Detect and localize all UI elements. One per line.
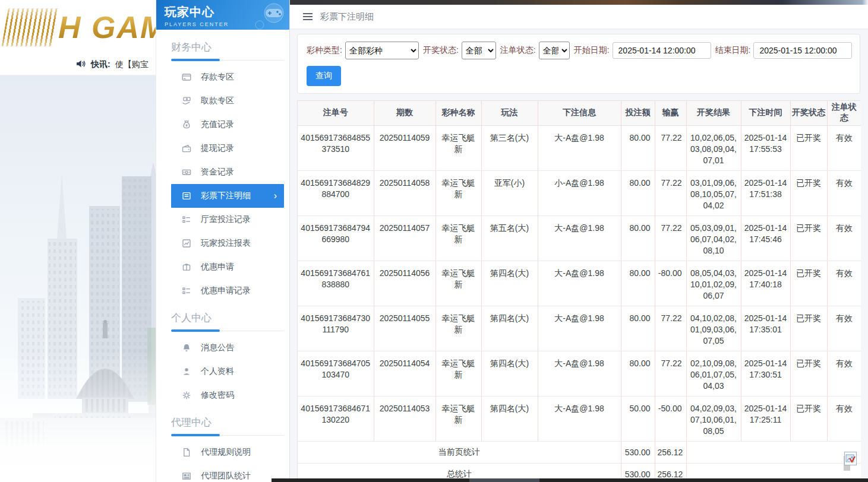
sidebar-item-deposit-zone[interactable]: 存款专区› xyxy=(171,65,284,89)
draw-status-select[interactable]: 全部 xyxy=(462,42,496,59)
column-header-bet-amount: 投注额 xyxy=(621,101,655,125)
sidebar-item-player-bet-report[interactable]: 玩家投注报表› xyxy=(171,232,284,255)
cell-period: 20250114056 xyxy=(374,261,435,306)
page: H GAME 快讯: 使【购宝 xyxy=(0,0,868,482)
cell-play: 第四名(大) xyxy=(481,261,538,306)
cell-bet-amount: 80.00 xyxy=(621,215,655,261)
lottery-type-select[interactable]: 全部彩种 xyxy=(345,42,419,59)
sidebar-item-personal-profile[interactable]: 个人资料› xyxy=(171,360,284,383)
cell-draw-status: 已开奖 xyxy=(790,170,827,215)
cell-order-id: 401569173684705103470 xyxy=(298,351,374,396)
page-summary-row: 当前页统计530.00256.12 xyxy=(298,441,861,463)
sidebar-menu: 财务中心存款专区›取款专区›充值记录›提现记录›资金记录›彩票下注明细›厅室投注… xyxy=(156,30,289,482)
sidebar-item-label: 修改密码 xyxy=(201,390,284,401)
cell-bet-info: 大-A盘@1.98 xyxy=(538,261,621,306)
sidebar-item-withdraw-zone[interactable]: 取款专区› xyxy=(171,89,284,113)
sidebar-item-label: 玩家投注报表 xyxy=(201,238,284,249)
sidebar-item-recharge-records[interactable]: 充值记录› xyxy=(171,113,284,137)
sidebar-item-promo-apply[interactable]: 优惠申请› xyxy=(171,255,284,279)
sidebar-item-label: 消息公告 xyxy=(201,343,284,353)
table-row: 40156917368470510347020250114054幸运飞艇新第四名… xyxy=(298,351,861,396)
column-header-period: 期数 xyxy=(374,101,435,125)
cell-win-loss: 77.22 xyxy=(655,125,686,170)
sidebar-item-agent-rules[interactable]: 代理规则说明› xyxy=(171,440,284,464)
order-status-select[interactable]: 全部 xyxy=(539,42,570,59)
cell-win-loss: 77.22 xyxy=(655,306,686,351)
withdraw-hand-icon xyxy=(182,96,191,106)
sidebar-item-promo-apply-records[interactable]: 优惠申请记录› xyxy=(171,279,284,303)
sidebar-item-label: 优惠申请 xyxy=(201,262,284,272)
table-header-row: 注单号期数彩种名称玩法下注信息投注额输赢开奖结果下注时间开奖状态注单状态 xyxy=(298,101,861,125)
sidebar-item-label: 提现记录 xyxy=(201,143,284,154)
top-dark-strip xyxy=(290,0,868,5)
cell-bet-info: 大-A盘@1.98 xyxy=(538,215,621,261)
bank-card-icon xyxy=(182,72,191,82)
end-date-input[interactable] xyxy=(753,42,852,59)
cell-draw-result: 08,05,04,03,10,01,02,09,06,07 xyxy=(686,261,741,306)
cell-bet-info: 大-A盘@1.98 xyxy=(538,125,621,170)
bottom-scrollbar[interactable] xyxy=(272,478,868,482)
list-squares-icon xyxy=(182,215,191,224)
wallet-icon xyxy=(182,144,191,153)
cell-play: 第四名(大) xyxy=(481,306,538,351)
list-squares-icon xyxy=(182,286,191,296)
bell-icon xyxy=(182,343,191,353)
cell-bet-time: 2025-01-14 17:35:01 xyxy=(741,306,790,351)
gamepad-icon xyxy=(249,1,287,30)
brand-logo[interactable]: H GAME xyxy=(0,0,156,55)
table-row: 40156917368482988470020250114058幸运飞艇新亚军(… xyxy=(298,170,861,215)
brand-logo-stripes-icon xyxy=(1,8,59,46)
cell-order-status: 有效 xyxy=(827,125,861,170)
sidebar-item-label: 优惠申请记录 xyxy=(201,286,284,296)
cell-bet-time: 2025-01-14 17:51:38 xyxy=(741,170,790,215)
cell-draw-result: 04,10,02,08,01,09,03,06,07,05 xyxy=(686,306,741,351)
menu-toggle-icon[interactable] xyxy=(302,11,314,23)
cell-order-status: 有效 xyxy=(827,351,861,396)
cell-lottery-name: 幸运飞艇新 xyxy=(435,396,481,441)
cell-order-status: 有效 xyxy=(827,170,861,215)
cash-note-icon xyxy=(182,167,191,177)
search-button[interactable]: 查询 xyxy=(307,66,341,86)
sidebar-item-agent-team-stats[interactable]: 代理团队统计› xyxy=(171,464,284,482)
table-row: 40156917368476183888020250114056幸运飞艇新第四名… xyxy=(298,261,861,306)
sidebar-item-label: 充值记录 xyxy=(201,119,284,130)
cell-bet-info: 大-A盘@1.98 xyxy=(538,351,621,396)
cell-draw-result: 03,01,09,06,08,10,05,07,04,02 xyxy=(686,170,741,215)
cell-lottery-name: 幸运飞艇新 xyxy=(435,306,481,351)
cell-order-id: 401569173684855373510 xyxy=(298,125,374,170)
start-date-input[interactable] xyxy=(613,42,711,59)
sidebar-item-room-bet-records[interactable]: 厅室投注记录› xyxy=(171,208,284,232)
sidebar-item-change-password[interactable]: 修改密码› xyxy=(171,383,284,407)
sidebar-item-message-announcements[interactable]: 消息公告› xyxy=(171,336,284,360)
cell-order-id: 401569173684730111790 xyxy=(298,306,374,351)
cell-win-loss: 77.22 xyxy=(655,215,686,261)
cell-order-status: 有效 xyxy=(827,261,861,306)
gear-icon xyxy=(182,391,191,400)
cell-order-status: 有效 xyxy=(827,306,861,351)
cell-draw-status: 已开奖 xyxy=(790,396,827,441)
sidebar-item-fund-records[interactable]: 资金记录› xyxy=(171,160,284,184)
cell-play: 第四名(大) xyxy=(481,396,538,441)
cell-draw-status: 已开奖 xyxy=(790,351,827,396)
cell-bet-amount: 80.00 xyxy=(621,351,655,396)
column-header-win-loss: 输赢 xyxy=(655,101,686,125)
brand-logo-text: H GAME xyxy=(58,9,156,45)
column-header-bet-info: 下注信息 xyxy=(538,101,621,125)
cell-draw-status: 已开奖 xyxy=(790,215,827,261)
sidebar-item-withdrawal-records[interactable]: 提现记录› xyxy=(171,137,284,160)
cell-order-id: 401569173684671130220 xyxy=(298,396,374,441)
table-row: 40156917368479466998020250114057幸运飞艇新第五名… xyxy=(298,215,861,261)
table-row: 40156917368473011179020250114055幸运飞艇新第四名… xyxy=(298,306,861,351)
sidebar-item-lottery-bet-details[interactable]: 彩票下注明细› xyxy=(171,184,284,208)
cell-draw-result: 04,02,09,03,07,10,06,01,08,05 xyxy=(686,396,741,441)
cell-draw-result: 05,03,09,01,06,07,04,02,08,10 xyxy=(686,215,741,261)
page-summary-row-win-loss-total: 256.12 xyxy=(655,441,686,463)
cell-bet-info: 大-A盘@1.98 xyxy=(538,396,621,441)
news-label: 快讯: xyxy=(91,59,111,70)
sidebar-item-label: 存款专区 xyxy=(201,72,284,83)
cell-bet-time: 2025-01-14 17:45:46 xyxy=(741,215,790,261)
cell-bet-time: 2025-01-14 17:55:53 xyxy=(741,125,790,170)
sidebar-item-label: 代理规则说明 xyxy=(201,447,284,458)
scrollbar-thumb[interactable] xyxy=(469,478,539,482)
filter-panel: 彩种类型: 全部彩种 开奖状态: 全部 注单状态: 全部 开始日期: 结束日期:… xyxy=(297,34,860,94)
